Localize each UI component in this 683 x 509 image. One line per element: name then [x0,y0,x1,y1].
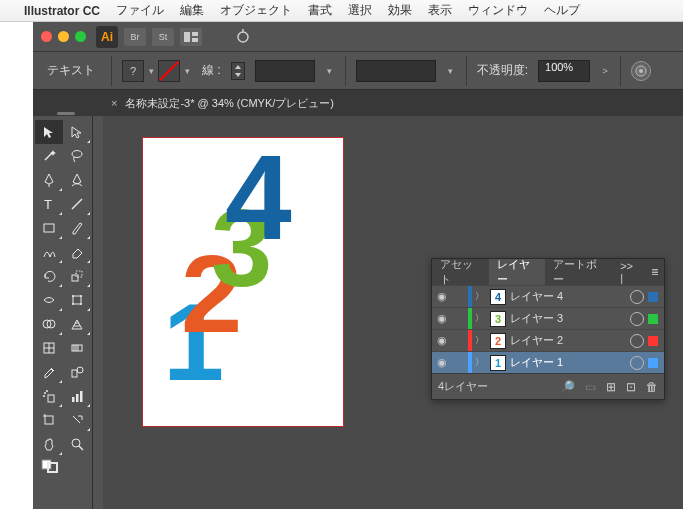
magic-wand-tool[interactable] [35,144,63,168]
app-window: Ai Br St テキスト ? ▾ ▾ 線 : ▾ ▾ 不透明度: 100% [33,22,683,509]
app-name[interactable]: Illustrator CC [24,4,100,18]
document-tab-title[interactable]: 名称未設定-3* @ 34% (CMYK/プレビュー) [125,96,334,111]
layer-name[interactable]: レイヤー 4 [510,289,630,304]
fill-swatch[interactable]: ? [122,60,144,82]
stroke-dropdown[interactable]: ▾ [182,66,192,76]
opacity-field[interactable]: 100% [538,60,590,82]
new-sublayer-icon[interactable]: ⊞ [606,380,616,394]
layer-name[interactable]: レイヤー 3 [510,311,630,326]
menu-help[interactable]: ヘルプ [544,2,580,19]
menu-window[interactable]: ウィンドウ [468,2,528,19]
new-layer-icon[interactable]: ⊡ [626,380,636,394]
locate-object-icon[interactable]: 🔎 [560,380,575,394]
brush-definition[interactable] [356,60,436,82]
tab-close-icon[interactable]: × [111,97,117,109]
symbol-sprayer-tool[interactable] [35,384,63,408]
menu-object[interactable]: オブジェクト [220,2,292,19]
expand-arrow-icon[interactable]: 〉 [472,312,486,325]
layer-name[interactable]: レイヤー 1 [510,355,630,370]
window-close[interactable] [41,31,52,42]
artboard[interactable]: 1 2 3 4 [143,138,343,426]
eraser-tool[interactable] [63,240,91,264]
perspective-grid-tool[interactable] [63,312,91,336]
curvature-tool[interactable] [63,168,91,192]
stroke-weight-field[interactable] [255,60,315,82]
line-tool[interactable] [63,192,91,216]
direct-selection-tool[interactable] [63,120,91,144]
menu-effect[interactable]: 効果 [388,2,412,19]
menu-select[interactable]: 選択 [348,2,372,19]
stroke-weight-dropdown[interactable]: ▾ [325,66,335,76]
visibility-toggle[interactable]: ◉ [432,356,452,369]
selection-indicator[interactable] [648,314,658,324]
visibility-toggle[interactable]: ◉ [432,334,452,347]
fill-stroke-default[interactable] [35,456,63,476]
mesh-tool[interactable] [35,336,63,360]
expand-arrow-icon[interactable]: 〉 [472,356,486,369]
expand-arrow-icon[interactable]: 〉 [472,290,486,303]
target-icon[interactable] [630,356,644,370]
window-zoom[interactable] [75,31,86,42]
scale-tool[interactable] [63,264,91,288]
opacity-dropdown[interactable]: > [600,66,610,76]
layer-row-2[interactable]: ◉〉2レイヤー 2 [432,329,664,351]
rotate-tool[interactable] [35,264,63,288]
tab-overflow[interactable]: >> | [612,259,645,285]
stock-button[interactable]: St [152,28,174,46]
free-transform-tool[interactable] [63,288,91,312]
lasso-tool[interactable] [63,144,91,168]
gpu-icon[interactable] [234,29,252,45]
clipping-mask-icon[interactable]: ▭ [585,380,596,394]
shaper-tool[interactable] [35,240,63,264]
selection-indicator[interactable] [648,358,658,368]
zoom-tool[interactable] [63,432,91,456]
target-icon[interactable] [630,334,644,348]
blend-tool[interactable] [63,360,91,384]
rectangle-tool[interactable] [35,216,63,240]
layer-row-3[interactable]: ◉〉3レイヤー 3 [432,307,664,329]
selection-indicator[interactable] [648,292,658,302]
layer-row-4[interactable]: ◉〉4レイヤー 4 [432,285,664,307]
menu-edit[interactable]: 編集 [180,2,204,19]
target-icon[interactable] [630,290,644,304]
artwork-number-4[interactable]: 4 [225,128,292,266]
tab-layers[interactable]: レイヤー [489,259,546,285]
menu-file[interactable]: ファイル [116,2,164,19]
paintbrush-tool[interactable] [63,216,91,240]
svg-rect-36 [80,391,83,402]
arrange-docs-button[interactable] [180,28,202,46]
svg-rect-14 [73,296,81,304]
expand-arrow-icon[interactable]: 〉 [472,334,486,347]
pen-tool[interactable] [35,168,63,192]
gradient-tool[interactable] [63,336,91,360]
selection-indicator[interactable] [648,336,658,346]
stroke-weight-stepper[interactable] [231,62,245,80]
artboard-tool[interactable] [35,408,63,432]
column-graph-tool[interactable] [63,384,91,408]
panel-tabs: アセット レイヤー アートボー >> | ≡ [432,259,664,285]
fill-dropdown[interactable]: ▾ [146,66,156,76]
target-icon[interactable] [630,312,644,326]
menu-view[interactable]: 表示 [428,2,452,19]
visibility-toggle[interactable]: ◉ [432,312,452,325]
width-tool[interactable] [35,288,63,312]
visibility-toggle[interactable]: ◉ [432,290,452,303]
character-panel-button[interactable] [631,61,651,81]
type-tool[interactable]: T [35,192,63,216]
svg-point-18 [80,303,82,305]
panel-menu-icon[interactable]: ≡ [646,259,664,285]
eyedropper-tool[interactable] [35,360,63,384]
hand-tool[interactable] [35,432,63,456]
layer-name[interactable]: レイヤー 2 [510,333,630,348]
tab-artboards[interactable]: アートボー [545,259,612,285]
layer-row-1[interactable]: ◉〉1レイヤー 1 [432,351,664,373]
slice-tool[interactable] [63,408,91,432]
window-minimize[interactable] [58,31,69,42]
stroke-swatch[interactable] [158,60,180,82]
shape-builder-tool[interactable] [35,312,63,336]
tab-assets[interactable]: アセット [432,259,489,285]
menu-type[interactable]: 書式 [308,2,332,19]
selection-tool[interactable] [35,120,63,144]
delete-layer-icon[interactable]: 🗑 [646,380,658,394]
bridge-button[interactable]: Br [124,28,146,46]
